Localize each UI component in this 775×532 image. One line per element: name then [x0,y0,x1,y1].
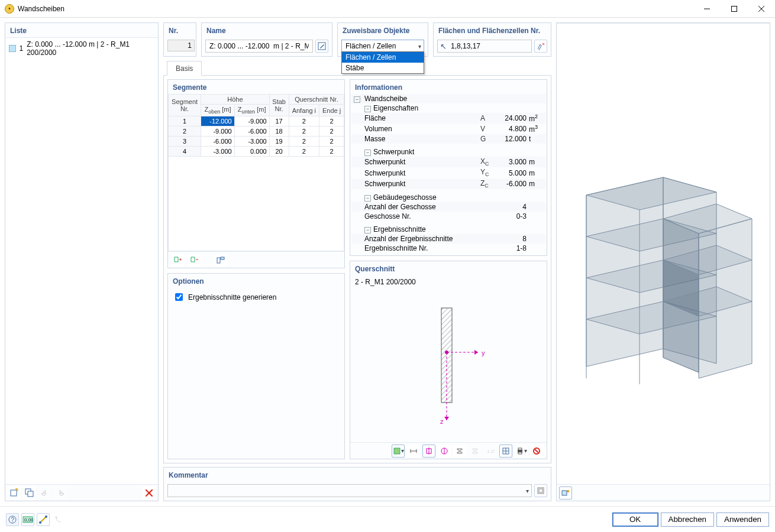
flaechen-title: Flächen und Flächenzellen Nr. [434,23,551,37]
chevron-down-icon: ▾ [526,488,529,494]
chevron-down-icon: ▾ [401,447,404,454]
segment-add-icon[interactable] [172,254,185,267]
info-row: Schwerpunkt [364,180,480,188]
col-segment-nr: SegmentNr. [169,95,201,116]
info-row: Anzahl der Ergebnisschnitte [364,235,480,243]
segmente-group: Segmente SegmentNr. Höhe StabNr. Quersch… [167,79,345,268]
app-icon: • [5,4,14,14]
querschnitt-toolbar: ▾ 1.23 ▾ [350,442,547,459]
svg-rect-17 [221,257,224,259]
info-row: Fläche [364,114,480,122]
flaechen-input[interactable]: ↖ 1,8,13,17 [437,40,532,53]
info-eigenschaften[interactable]: Eigenschaften [373,104,418,112]
info-wandscheibe[interactable]: Wandscheibe [364,95,480,103]
svg-rect-60 [562,491,567,495]
name-group: Name [201,22,332,57]
name-input[interactable] [205,40,313,53]
kommentar-group: Kommentar ▾ [163,467,551,501]
script-icon [52,513,65,526]
col-qs-nr: Querschnitt Nr. [289,95,344,105]
ok-button[interactable]: OK [612,512,658,527]
col-zoben: Zoben [m] [201,105,234,116]
qs-principal-icon[interactable] [438,445,451,458]
close-button[interactable] [748,0,775,18]
segment-tool-icon[interactable] [214,254,227,267]
name-edit-icon[interactable] [315,40,328,53]
kommentar-library-icon[interactable] [534,484,547,497]
col-ende: Ende j [319,105,344,116]
info-row: Geschosse Nr. [364,212,480,220]
zuweisbare-select[interactable]: Flächen / Zellen ▾ [341,40,424,53]
info-schwerpunkt[interactable]: Schwerpunkt [373,148,414,156]
info-row: Schwerpunkt [364,158,480,166]
svg-rect-7 [28,491,33,497]
qs-grid-icon[interactable] [499,445,512,458]
preview-svg [563,100,764,408]
help-icon[interactable]: ? [6,513,19,526]
qs-print-icon[interactable]: ▾ [515,445,528,458]
info-ergebnisschnitte[interactable]: Ergebnisschnitte [373,225,426,233]
optionen-group: Optionen Ergebnisschnitte generieren [167,273,345,459]
nr-title: Nr. [164,23,196,37]
zuweisbare-title: Zuweisbare Objekte [338,23,428,37]
nr-group: Nr. [163,22,196,57]
units-icon[interactable]: 0,00 [21,513,34,526]
list-new-icon[interactable] [8,486,21,499]
info-row: Volumen [364,125,480,133]
members-icon[interactable] [37,513,50,526]
list-item[interactable]: 1 Z: 0.000 ... -12.000 m | 2 - R_M1 200/… [8,39,156,58]
nr-input[interactable] [167,40,195,51]
segment-remove-icon[interactable] [188,254,201,267]
preview-panel [556,22,770,501]
segmente-table[interactable]: SegmentNr. Höhe StabNr. Querschnitt Nr. … [168,94,344,157]
preview-3d[interactable] [557,23,770,484]
svg-text:y: y [482,349,485,356]
list-delete-icon[interactable] [143,486,156,499]
cancel-button[interactable]: Abbrechen [661,512,714,527]
table-row[interactable]: 3-6.000-3.0001922 [169,137,344,147]
list-title: Liste [5,23,158,37]
querschnitt-subtitle: 2 - R_M1 200/2000 [355,278,542,286]
querschnitt-group: Querschnitt 2 - R_M1 200/2000 [350,261,547,459]
bottom-bar: ? 0,00 OK Abbrechen Anwenden [0,506,775,532]
svg-rect-38 [518,448,522,450]
list-copy-icon[interactable] [23,486,36,499]
maximize-button[interactable] [721,0,748,18]
table-row[interactable]: 4-3.0000.0002022 [169,147,344,157]
tab-basis[interactable]: Basis [167,61,202,76]
qs-dimensions-icon[interactable] [407,445,420,458]
svg-text:0,00: 0,00 [24,517,33,523]
info-row: Anzahl der Geschosse [364,203,480,211]
flaechen-pick-icon[interactable] [534,40,547,53]
apply-button[interactable]: Anwenden [716,512,769,527]
table-row[interactable]: 2-9.000-6.0001822 [169,126,344,137]
qs-axes-icon[interactable] [422,445,435,458]
dropdown-option[interactable]: Flächen / Zellen [342,52,424,63]
col-stab-nr: StabNr. [269,95,289,116]
svg-rect-43 [539,489,542,492]
table-row[interactable]: 1-12.000-9.0001722 [169,116,344,126]
qs-ibeam-1-icon[interactable] [453,445,466,458]
optionen-title: Optionen [168,274,344,288]
name-title: Name [202,23,332,37]
minimize-button[interactable] [693,0,721,18]
preview-show-icon[interactable] [559,486,572,499]
col-anfang: Anfang i [289,105,319,116]
qs-tool-1-icon[interactable]: ▾ [392,445,405,458]
zuweisbare-selected: Flächen / Zellen [345,42,396,50]
svg-rect-4 [11,490,17,496]
kommentar-combo[interactable]: ▾ [167,484,532,497]
svg-text:?: ? [11,517,15,523]
svg-rect-16 [217,258,220,263]
ergebnisschnitte-checkbox[interactable] [175,293,183,301]
flaechen-group: Flächen und Flächenzellen Nr. ↖ 1,8,13,1… [433,22,551,57]
info-geschosse[interactable]: Gebäudegeschosse [373,193,437,202]
svg-text:z: z [440,418,444,425]
svg-rect-1 [732,6,737,11]
svg-rect-39 [518,452,522,454]
informationen-title: Informationen [350,80,547,94]
zuweisbare-dropdown: Flächen / Zellen Stäbe [341,51,424,74]
dropdown-option[interactable]: Stäbe [342,63,424,73]
kommentar-title: Kommentar [164,468,551,482]
qs-reset-icon[interactable] [530,445,543,458]
